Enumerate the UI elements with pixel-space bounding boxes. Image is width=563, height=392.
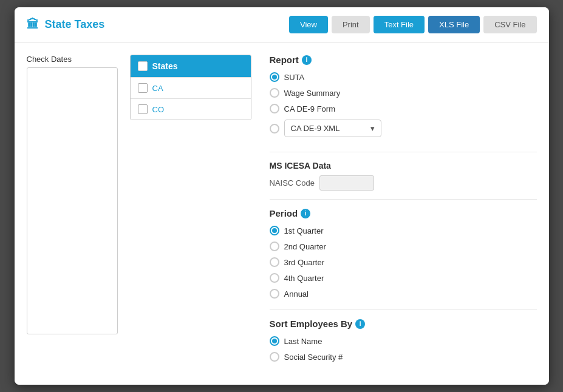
ms-icesa-section: MS ICESA Data NAISC Code bbox=[270, 161, 537, 191]
report-ca-de9-radio[interactable] bbox=[270, 104, 279, 113]
csv-file-button[interactable]: CSV File bbox=[483, 16, 536, 33]
period-3rd-quarter-option[interactable]: 3rd Quarter bbox=[270, 257, 537, 267]
period-annual-radio[interactable] bbox=[270, 289, 279, 299]
state-ca-label: CA bbox=[152, 84, 163, 93]
xls-file-button[interactable]: XLS File bbox=[428, 16, 480, 33]
report-wage-summary-option[interactable]: Wage Summary bbox=[270, 88, 537, 98]
divider-3 bbox=[270, 309, 537, 310]
period-4th-quarter-radio[interactable] bbox=[270, 273, 279, 283]
state-co-label: CO bbox=[152, 105, 165, 114]
ms-icesa-title: MS ICESA Data bbox=[270, 161, 537, 171]
sort-info-icon[interactable]: i bbox=[355, 319, 365, 329]
state-item-co[interactable]: CO bbox=[131, 98, 251, 120]
period-1st-quarter-option[interactable]: 1st Quarter bbox=[270, 226, 537, 235]
naisc-code-input[interactable] bbox=[319, 175, 374, 191]
view-button[interactable]: View bbox=[289, 16, 328, 33]
period-1st-quarter-radio[interactable] bbox=[270, 226, 279, 235]
report-radio-group: SUTA Wage Summary CA DE-9 Form CA DE-9 X… bbox=[270, 72, 537, 141]
period-2nd-quarter-option[interactable]: 2nd Quarter bbox=[270, 242, 537, 251]
naisc-row: NAISC Code bbox=[270, 175, 537, 191]
sort-last-name-label: Last Name bbox=[284, 337, 322, 346]
left-panel: Check Dates bbox=[27, 55, 118, 373]
period-radio-group: 1st Quarter 2nd Quarter 3rd Quarter 4th … bbox=[270, 226, 537, 299]
dropdown-arrow-icon: ▾ bbox=[370, 124, 375, 133]
divider-2 bbox=[270, 199, 537, 200]
period-3rd-quarter-label: 3rd Quarter bbox=[284, 258, 324, 267]
states-list: States CA CO bbox=[130, 55, 251, 120]
check-dates-label: Check Dates bbox=[27, 55, 118, 64]
period-2nd-quarter-radio[interactable] bbox=[270, 242, 279, 251]
sort-ssn-radio[interactable] bbox=[270, 352, 279, 362]
naisc-code-label: NAISC Code bbox=[270, 178, 315, 188]
period-4th-quarter-option[interactable]: 4th Quarter bbox=[270, 273, 537, 283]
period-1st-quarter-label: 1st Quarter bbox=[284, 226, 324, 235]
state-ca-checkbox[interactable] bbox=[138, 83, 148, 93]
text-file-button[interactable]: Text File bbox=[374, 16, 425, 33]
print-button[interactable]: Print bbox=[332, 16, 370, 33]
report-ca-de9-label: CA DE-9 Form bbox=[284, 104, 336, 113]
main-window: 🏛 State Taxes View Print Text File XLS F… bbox=[15, 7, 549, 385]
state-item-ca[interactable]: CA bbox=[131, 77, 251, 98]
content-area: Check Dates States CA CO bbox=[15, 42, 549, 385]
sort-ssn-label: Social Security # bbox=[284, 353, 343, 362]
middle-panel: States CA CO bbox=[130, 55, 251, 373]
sort-section-title: Sort Employees By i bbox=[270, 319, 537, 329]
states-select-all-checkbox[interactable] bbox=[138, 61, 148, 71]
sort-last-name-radio[interactable] bbox=[270, 336, 279, 346]
report-suta-label: SUTA bbox=[284, 73, 305, 82]
states-header[interactable]: States bbox=[131, 55, 251, 77]
divider-1 bbox=[270, 152, 537, 152]
report-info-icon[interactable]: i bbox=[302, 55, 312, 65]
report-section-title: Report i bbox=[270, 55, 537, 65]
app-icon: 🏛 bbox=[27, 18, 39, 32]
period-section-title: Period i bbox=[270, 208, 537, 218]
period-2nd-quarter-label: 2nd Quarter bbox=[284, 242, 326, 251]
report-wage-summary-radio[interactable] bbox=[270, 88, 279, 98]
app-title: State Taxes bbox=[45, 18, 105, 31]
title-bar: 🏛 State Taxes View Print Text File XLS F… bbox=[15, 7, 549, 42]
period-annual-option[interactable]: Annual bbox=[270, 289, 537, 299]
report-ca-de9-option[interactable]: CA DE-9 Form bbox=[270, 104, 537, 113]
report-suta-radio[interactable] bbox=[270, 72, 279, 82]
ca-de9-xml-label: CA DE-9 XML bbox=[291, 124, 340, 133]
sort-radio-group: Last Name Social Security # bbox=[270, 336, 537, 362]
period-4th-quarter-label: 4th Quarter bbox=[284, 274, 324, 283]
sort-last-name-option[interactable]: Last Name bbox=[270, 336, 537, 346]
ca-de9-xml-dropdown[interactable]: CA DE-9 XML ▾ bbox=[284, 120, 381, 137]
check-dates-box bbox=[27, 67, 118, 334]
report-ca-de9-xml-radio[interactable] bbox=[270, 124, 279, 133]
right-panel: Report i SUTA Wage Summary CA DE-9 Form bbox=[264, 55, 537, 373]
period-3rd-quarter-radio[interactable] bbox=[270, 257, 279, 267]
report-wage-summary-label: Wage Summary bbox=[284, 89, 341, 98]
dropdown-row: CA DE-9 XML ▾ bbox=[270, 120, 537, 137]
toolbar: View Print Text File XLS File CSV File bbox=[289, 16, 537, 33]
sort-ssn-option[interactable]: Social Security # bbox=[270, 352, 537, 362]
period-annual-label: Annual bbox=[284, 289, 309, 299]
states-header-label: States bbox=[152, 61, 178, 71]
state-co-checkbox[interactable] bbox=[138, 104, 148, 114]
report-suta-option[interactable]: SUTA bbox=[270, 72, 537, 82]
period-info-icon[interactable]: i bbox=[301, 209, 310, 218]
app-title-area: 🏛 State Taxes bbox=[27, 18, 105, 32]
